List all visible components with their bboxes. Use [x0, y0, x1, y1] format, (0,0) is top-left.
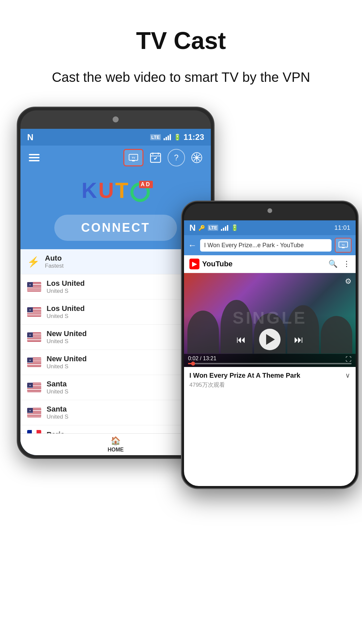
app-logo-secondary: N [189, 223, 196, 233]
o-letter-wrapper: AD [130, 178, 150, 203]
tv-cast-toolbar-btn[interactable]: TV [123, 149, 143, 166]
calendar-icon[interactable] [149, 152, 162, 164]
video-background: SINGLE [184, 273, 356, 367]
battery-icon-2: 🔋 [231, 224, 238, 231]
k-letter: K [81, 178, 98, 203]
server-name-santa2: Santa [47, 405, 204, 414]
server-name-santa1: Santa [47, 380, 204, 388]
time-total: 13:21 [203, 356, 216, 361]
play-triangle [266, 334, 275, 345]
video-time: 0:02 / 13:21 [188, 356, 352, 362]
signal-bars-2 [221, 225, 228, 231]
lightning-icon: ⚡ [27, 256, 40, 268]
toolbar-icons: TV ? [123, 149, 202, 166]
flag-us-1 [27, 282, 41, 291]
phones-container: N LTE 🔋 11:23 [0, 107, 362, 509]
secondary-phone: N 🔑 LTE 🔋 11:01 ← [181, 201, 359, 489]
ad-badge: AD [139, 181, 153, 188]
play-button[interactable] [259, 329, 281, 350]
server-sub-auto: Fastest [45, 263, 204, 269]
progress-dot [191, 362, 195, 366]
u-letter: U [98, 178, 115, 203]
connect-button[interactable]: CONNECT [54, 215, 177, 241]
skip-forward-icon[interactable]: ⏭ [294, 334, 303, 345]
lte-indicator-2: LTE [208, 225, 218, 231]
server-sub-los2: United S [47, 313, 204, 320]
youtube-more-icon[interactable]: ⋮ [343, 260, 350, 268]
flag-us-3 [27, 332, 41, 342]
progress-track[interactable] [188, 363, 352, 364]
status-bar-right: LTE 🔋 11:23 [150, 132, 204, 142]
menu-line-3 [29, 160, 40, 161]
server-info-santa1: Santa United S [47, 380, 204, 395]
url-bar: ← I Won Every Prize...e Park - YouTube T… [184, 235, 356, 255]
tv-cast-url-btn[interactable]: TV [335, 238, 352, 253]
video-views: 4795万次观看 [189, 381, 350, 389]
server-sub-santa2: United S [47, 414, 204, 420]
svg-text:TV: TV [132, 156, 135, 159]
flag-us-4 [27, 358, 41, 367]
signal-bar-4 [170, 134, 171, 140]
youtube-play-logo: ▶ [189, 259, 199, 269]
home-label: HOME [108, 447, 124, 453]
server-info-new2: New United United S [47, 355, 204, 370]
secondary-phone-inner: N 🔑 LTE 🔋 11:01 ← [184, 204, 356, 486]
server-info-los2: Los United United S [47, 304, 204, 320]
tv-icon-svg: TV [128, 154, 138, 162]
url-input[interactable]: I Won Every Prize...e Park - YouTube [200, 239, 331, 252]
signal-bar-3 [168, 136, 169, 140]
video-player: SINGLE ⚙ ⏮ ⏭ 0:02 / 13:2 [184, 273, 356, 367]
page-subtitle: Cast the web video to smart TV by the VP… [13, 68, 349, 87]
page-header: TV Cast Cast the web video to smart TV b… [0, 0, 362, 97]
secondary-front-camera [267, 208, 272, 213]
main-status-bar: N LTE 🔋 11:23 [20, 129, 211, 146]
home-nav-button[interactable]: 🏠 HOME [108, 436, 124, 453]
sig2-bar-3 [225, 226, 226, 231]
svg-rect-3 [150, 153, 161, 162]
help-icon[interactable]: ? [168, 149, 185, 166]
youtube-toolbar-icons: 🔍 ⋮ [328, 260, 350, 268]
server-info-santa2: Santa United S [47, 405, 204, 420]
youtube-logo-area: ▶ YouTube [189, 259, 233, 269]
youtube-header: ▶ YouTube 🔍 ⋮ [184, 255, 356, 273]
menu-line-1 [29, 154, 40, 155]
page-title: TV Cast [13, 27, 349, 54]
sig2-bar-1 [221, 229, 222, 231]
kuto-logo: KUTAD [81, 178, 150, 203]
video-settings-icon[interactable]: ⚙ [345, 277, 352, 286]
fullscreen-icon[interactable]: ⛶ [346, 356, 352, 363]
video-progress-bar: 0:02 / 13:21 [184, 354, 356, 367]
server-name-new2: New United [47, 355, 204, 363]
sig2-bar-4 [227, 225, 228, 231]
t-letter: T [115, 178, 130, 203]
status-bar-left: N [27, 132, 34, 143]
flag-us-5 [27, 383, 41, 392]
back-button[interactable]: ← [188, 240, 197, 251]
secondary-status-bar: N 🔑 LTE 🔋 11:01 [184, 220, 356, 235]
menu-line-2 [29, 157, 40, 158]
server-name-los2: Los United [47, 304, 204, 313]
secondary-status-left: N 🔑 LTE 🔋 [189, 223, 238, 233]
flag-us-6 [27, 408, 41, 417]
secondary-status-time: 11:01 [334, 224, 350, 231]
server-name-auto: Auto [45, 254, 204, 263]
server-sub-los1: United S [47, 288, 204, 294]
skip-back-icon[interactable]: ⏮ [236, 334, 246, 345]
time-current: 0:02 [188, 356, 198, 361]
lte-indicator: LTE [150, 134, 161, 140]
flag-us-2 [27, 307, 41, 317]
chevron-down-icon[interactable]: ∨ [345, 371, 350, 379]
signal-bar-2 [166, 137, 167, 140]
server-name-new1: New United [47, 329, 204, 338]
video-title: I Won Every Prize At A Theme Park [189, 372, 300, 379]
signal-bars [164, 134, 171, 140]
status-time-main: 11:23 [184, 132, 204, 142]
video-title-row: I Won Every Prize At A Theme Park ∨ [189, 371, 350, 379]
youtube-search-icon[interactable]: 🔍 [328, 260, 338, 268]
settings-icon[interactable] [191, 152, 202, 163]
server-sub-new2: United S [47, 363, 204, 370]
menu-icon[interactable] [29, 154, 40, 161]
svg-rect-10 [342, 247, 345, 248]
server-info-auto: Auto Fastest [45, 254, 204, 269]
signal-bar-1 [164, 138, 165, 140]
